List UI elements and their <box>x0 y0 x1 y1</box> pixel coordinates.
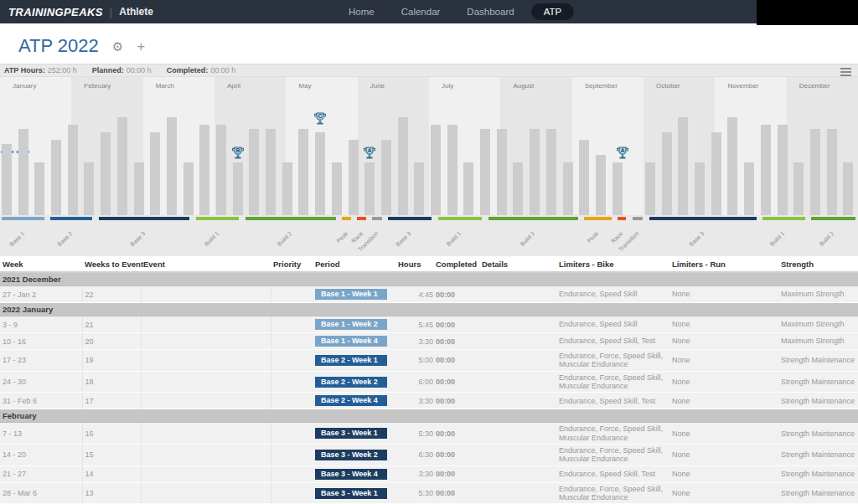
table-row[interactable]: 3 - 921Base 1 - Week 25:4500:00Endurance… <box>0 316 858 333</box>
week-bar[interactable] <box>546 129 556 216</box>
period-badge[interactable]: Base 2 - Week 2 <box>315 377 387 388</box>
period-badge[interactable]: Base 3 - Week 1 <box>315 488 387 499</box>
week-bar[interactable] <box>398 117 408 215</box>
week-bar[interactable] <box>134 162 144 215</box>
week-bar[interactable] <box>645 162 655 215</box>
table-row[interactable]: 27 - Jan 222Base 1 - Week 14:4500:00Endu… <box>0 286 858 303</box>
week-bar[interactable] <box>711 132 721 215</box>
week-bar[interactable] <box>761 125 771 215</box>
period-strip-peak[interactable] <box>584 217 611 220</box>
event-trophy-a[interactable]: A <box>617 147 628 160</box>
period-badge[interactable]: Base 3 - Week 4 <box>315 469 387 480</box>
period-strip-race[interactable] <box>357 217 366 220</box>
week-bar[interactable] <box>612 162 623 215</box>
week-bar[interactable] <box>315 132 325 215</box>
week-bar[interactable] <box>447 125 457 215</box>
period-strip-base1[interactable] <box>2 217 44 220</box>
week-bar[interactable] <box>51 140 61 215</box>
period-badge[interactable]: Base 1 - Week 4 <box>315 336 387 347</box>
week-bar[interactable] <box>2 144 12 216</box>
svg-text:B: B <box>235 147 240 153</box>
table-row[interactable]: 21 - 2714Base 3 - Week 43:3000:00Enduran… <box>0 465 858 482</box>
week-bar[interactable] <box>216 125 226 215</box>
period-strip-base3[interactable] <box>649 217 757 220</box>
week-bar[interactable] <box>18 129 28 216</box>
cell-limiters-run: None <box>669 350 778 372</box>
week-bar[interactable] <box>513 162 523 215</box>
week-bar[interactable] <box>744 162 754 215</box>
week-bar[interactable] <box>117 117 127 215</box>
period-strip-build1[interactable] <box>438 217 482 220</box>
period-strip-build2[interactable] <box>488 217 578 220</box>
week-bar[interactable] <box>332 162 342 215</box>
period-badge[interactable]: Base 3 - Week 2 <box>315 450 387 460</box>
week-bar[interactable] <box>167 117 177 215</box>
event-trophy-c[interactable]: C <box>314 112 326 126</box>
week-bar[interactable] <box>810 129 820 216</box>
table-row[interactable]: 31 - Feb 617Base 2 - Week 43:3000:00Endu… <box>0 393 858 409</box>
week-bar[interactable] <box>266 129 276 216</box>
week-bar[interactable] <box>579 140 589 215</box>
settings-gear-icon[interactable]: ⚙ <box>112 40 123 53</box>
week-bar[interactable] <box>364 162 375 215</box>
event-trophy-a[interactable]: A <box>364 147 375 160</box>
nav-item-home[interactable]: Home <box>339 3 385 20</box>
week-bar[interactable] <box>34 162 44 215</box>
period-strip-build1[interactable] <box>762 217 805 220</box>
week-bar[interactable] <box>298 129 308 216</box>
period-badge[interactable]: Base 2 - Week 4 <box>315 395 387 406</box>
table-row[interactable]: 24 - 3018Base 2 - Week 26:0000:00Enduran… <box>0 371 858 393</box>
week-bar[interactable] <box>778 125 788 215</box>
event-trophy-b[interactable]: B <box>232 147 244 160</box>
week-bar[interactable] <box>843 162 853 215</box>
week-bar[interactable] <box>678 117 688 215</box>
week-bar[interactable] <box>414 162 424 215</box>
week-bar[interactable] <box>727 117 737 215</box>
week-bar[interactable] <box>596 155 606 215</box>
period-badge[interactable]: Base 2 - Week 1 <box>315 355 387 366</box>
week-bar[interactable] <box>84 162 94 215</box>
week-bar[interactable] <box>183 162 194 215</box>
period-strip-race[interactable] <box>618 217 627 220</box>
week-bar[interactable] <box>563 162 573 215</box>
nav-item-calendar[interactable]: Calendar <box>391 3 451 20</box>
week-bar[interactable] <box>199 125 209 215</box>
week-bar[interactable] <box>497 129 507 216</box>
period-badge[interactable]: Base 1 - Week 1 <box>315 289 387 300</box>
table-row[interactable]: 7 - 1316Base 3 - Week 15:3000:00Enduranc… <box>0 423 858 445</box>
add-plus-icon[interactable]: + <box>137 39 145 54</box>
week-bar[interactable] <box>827 129 837 216</box>
week-bar[interactable] <box>249 129 259 216</box>
nav-item-atp[interactable]: ATP <box>531 3 575 20</box>
week-bar[interactable] <box>695 162 705 215</box>
table-row[interactable]: 17 - 2319Base 2 - Week 15:0000:00Enduran… <box>0 350 858 372</box>
period-strip-transition[interactable] <box>372 217 382 220</box>
period-strip-base3[interactable] <box>99 217 189 220</box>
week-bar[interactable] <box>463 162 473 215</box>
period-strip-build2[interactable] <box>246 217 335 220</box>
period-badge[interactable]: Base 3 - Week 1 <box>315 428 387 439</box>
week-bar[interactable] <box>282 162 292 215</box>
week-bar[interactable] <box>68 125 78 215</box>
nav-item-dashboard[interactable]: Dashboard <box>457 3 524 20</box>
week-bar[interactable] <box>381 140 391 215</box>
period-strip-base3[interactable] <box>388 217 432 220</box>
week-bar[interactable] <box>233 162 243 215</box>
table-row[interactable]: 14 - 2015Base 3 - Week 26:3000:00Enduran… <box>0 445 858 466</box>
week-bar[interactable] <box>101 132 111 215</box>
table-row[interactable]: 28 - Mar 613Base 3 - Week 15:3000:00Endu… <box>0 482 858 504</box>
week-bar[interactable] <box>349 140 359 215</box>
period-strip-build2[interactable] <box>811 217 855 220</box>
week-bar[interactable] <box>662 132 672 215</box>
period-strip-transition[interactable] <box>633 217 643 220</box>
period-badge[interactable]: Base 1 - Week 2 <box>315 319 387 330</box>
week-bar[interactable] <box>793 162 804 215</box>
week-bar[interactable] <box>150 132 160 215</box>
week-bar[interactable] <box>431 125 441 215</box>
week-bar[interactable] <box>480 129 490 216</box>
table-row[interactable]: 10 - 1620Base 1 - Week 43:3000:00Enduran… <box>0 333 858 350</box>
period-strip-base2[interactable] <box>50 217 92 220</box>
period-strip-build1[interactable] <box>196 217 239 220</box>
week-bar[interactable] <box>530 129 540 216</box>
period-strip-peak[interactable] <box>342 217 352 220</box>
